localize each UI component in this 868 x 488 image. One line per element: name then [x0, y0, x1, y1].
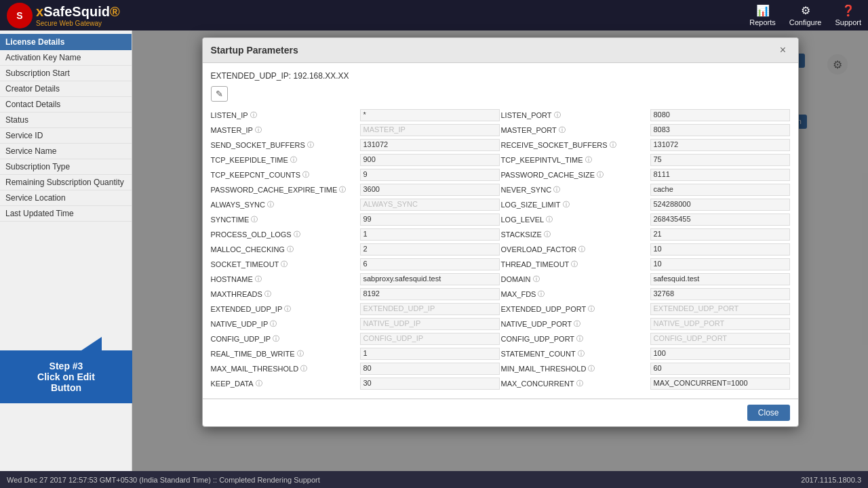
sidebar-item-subscription-type[interactable]: Subscription Type — [0, 159, 132, 175]
param-info-icon[interactable]: ⓘ — [255, 125, 262, 135]
param-value: sabproxy.safesquid.test — [360, 273, 500, 285]
edit-button[interactable]: ✎ — [211, 86, 228, 102]
param-info-icon[interactable]: ⓘ — [256, 379, 262, 388]
param-value: 2 — [360, 243, 500, 256]
param-value: 268435455 — [650, 214, 790, 226]
param-info-icon[interactable]: ⓘ — [576, 379, 583, 388]
param-info-icon[interactable]: ⓘ — [574, 319, 580, 329]
param-value: CONFIG_UDP_PORT — [650, 333, 790, 345]
param-key: TCP_KEEPCNT_COUNTSⓘ — [211, 170, 360, 180]
param-info-icon[interactable]: ⓘ — [571, 260, 578, 269]
param-info-icon[interactable]: ⓘ — [255, 274, 262, 284]
param-key: NATIVE_UDP_IPⓘ — [211, 319, 360, 329]
param-key: SEND_SOCKET_BUFFERSⓘ — [211, 140, 360, 150]
param-info-icon[interactable]: ⓘ — [251, 215, 258, 224]
param-value: 30 — [360, 378, 500, 390]
sidebar-section-title: License Details — [0, 34, 132, 50]
callout-arrow — [81, 337, 102, 350]
param-info-icon[interactable]: ⓘ — [533, 274, 540, 284]
param-key: CONFIG_UDP_IPⓘ — [211, 334, 360, 344]
param-info-icon[interactable]: ⓘ — [538, 289, 545, 299]
param-key-label: LOG_SIZE_LIMIT — [501, 201, 561, 209]
param-key: MASTER_PORTⓘ — [501, 125, 650, 135]
logo-text: xSafeSquid® — [36, 4, 120, 20]
param-key-label: MALLOC_CHECKING — [211, 245, 285, 253]
sidebar-item-subscription-start[interactable]: Subscription Start — [0, 66, 132, 81]
param-info-icon[interactable]: ⓘ — [588, 364, 595, 373]
param-info-icon[interactable]: ⓘ — [578, 349, 585, 359]
reports-label: Reports — [749, 18, 776, 26]
param-value: 32768 — [650, 288, 790, 300]
param-key: REAL_TIME_DB_WRITEⓘ — [211, 349, 360, 359]
param-info-icon[interactable]: ⓘ — [597, 170, 604, 180]
param-info-icon[interactable]: ⓘ — [559, 125, 566, 135]
param-info-icon[interactable]: ⓘ — [284, 304, 291, 314]
nav-configure[interactable]: ⚙ Configure — [789, 4, 822, 26]
param-row: SYNCTIMEⓘ99 — [211, 213, 500, 226]
param-key-label: MASTER_PORT — [501, 126, 557, 134]
param-row: EXTENDED_UDP_PORTⓘEXTENDED_UDP_PORT — [501, 302, 790, 316]
param-info-icon[interactable]: ⓘ — [294, 230, 300, 239]
nav-support[interactable]: ❓ Support — [835, 4, 861, 26]
param-info-icon[interactable]: ⓘ — [563, 200, 570, 209]
param-info-icon[interactable]: ⓘ — [250, 110, 257, 120]
param-value: 10 — [650, 243, 790, 256]
param-key: OVERLOAD_FACTORⓘ — [501, 245, 650, 254]
sidebar-item-service-location[interactable]: Service Location — [0, 190, 132, 206]
sidebar-item-contact-details[interactable]: Contact Details — [0, 97, 132, 113]
param-key-label: LISTEN_PORT — [501, 111, 552, 119]
param-info-icon[interactable]: ⓘ — [578, 245, 585, 254]
param-info-icon[interactable]: ⓘ — [546, 215, 553, 224]
param-info-icon[interactable]: ⓘ — [281, 260, 288, 269]
param-value: NATIVE_UDP_PORT — [650, 318, 790, 330]
modal-close-button[interactable]: × — [776, 43, 790, 57]
param-row: MIN_MAIL_THRESHOLDⓘ60 — [501, 362, 790, 375]
param-info-icon[interactable]: ⓘ — [297, 349, 304, 359]
param-value: * — [360, 109, 500, 121]
param-row: PASSWORD_CACHE_EXPIRE_TIMEⓘ3600 — [211, 183, 500, 197]
sidebar-item-last-updated-time[interactable]: Last Updated Time — [0, 206, 132, 222]
sidebar-item-creator-details[interactable]: Creator Details — [0, 81, 132, 97]
param-info-icon[interactable]: ⓘ — [588, 304, 595, 314]
param-info-icon[interactable]: ⓘ — [576, 334, 583, 344]
param-key: MIN_MAIL_THRESHOLDⓘ — [501, 364, 650, 373]
sidebar-item-activation-key-name[interactable]: Activation Key Name — [0, 50, 132, 66]
param-info-icon[interactable]: ⓘ — [307, 140, 314, 150]
param-info-icon[interactable]: ⓘ — [300, 364, 307, 373]
param-info-icon[interactable]: ⓘ — [264, 289, 271, 299]
param-key-label: MIN_MAIL_THRESHOLD — [501, 365, 587, 373]
param-key: TCP_KEEPIDLE_TIMEⓘ — [211, 155, 360, 165]
close-button[interactable]: Close — [747, 405, 790, 421]
param-row: MAX_MAIL_THRESHOLDⓘ80 — [211, 362, 500, 375]
param-info-icon[interactable]: ⓘ — [290, 155, 297, 165]
sidebar-item-service-id[interactable]: Service ID — [0, 128, 132, 144]
param-info-icon[interactable]: ⓘ — [544, 230, 551, 239]
param-info-icon[interactable]: ⓘ — [553, 185, 560, 195]
param-info-icon[interactable]: ⓘ — [610, 140, 616, 150]
param-info-icon[interactable]: ⓘ — [554, 110, 561, 120]
param-info-icon[interactable]: ⓘ — [270, 319, 277, 329]
nav-reports[interactable]: 📊 Reports — [749, 4, 776, 26]
param-value: safesquid.test — [650, 273, 790, 285]
param-row: RECEIVE_SOCKET_BUFFERSⓘ131072 — [501, 138, 790, 152]
param-row: EXTENDED_UDP_IPⓘEXTENDED_UDP_IP — [211, 302, 500, 316]
param-info-icon[interactable]: ⓘ — [585, 155, 592, 165]
sidebar-item-remaining-subscription[interactable]: Remaining Subscription Quantity — [0, 175, 132, 190]
param-info-icon[interactable]: ⓘ — [302, 170, 309, 180]
param-value: 100 — [650, 348, 790, 360]
sidebar-item-status[interactable]: Status — [0, 113, 132, 128]
param-key: PROCESS_OLD_LOGSⓘ — [211, 230, 360, 239]
param-value: 10 — [650, 258, 790, 270]
param-info-icon[interactable]: ⓘ — [339, 185, 346, 195]
param-row: LISTEN_PORTⓘ8080 — [501, 108, 790, 122]
param-key-label: PASSWORD_CACHE_SIZE — [501, 171, 595, 179]
param-key: MAX_MAIL_THRESHOLDⓘ — [211, 364, 360, 373]
param-info-icon[interactable]: ⓘ — [267, 200, 274, 209]
param-info-icon[interactable]: ⓘ — [273, 334, 279, 344]
param-value: EXTENDED_UDP_IP — [360, 303, 500, 315]
param-key: MASTER_IPⓘ — [211, 125, 360, 135]
param-row: CONFIG_UDP_PORTⓘCONFIG_UDP_PORT — [501, 332, 790, 346]
param-info-icon[interactable]: ⓘ — [287, 245, 294, 254]
sidebar-item-service-name[interactable]: Service Name — [0, 144, 132, 159]
logo-area: S xSafeSquid® Secure Web Gateway — [7, 3, 120, 28]
